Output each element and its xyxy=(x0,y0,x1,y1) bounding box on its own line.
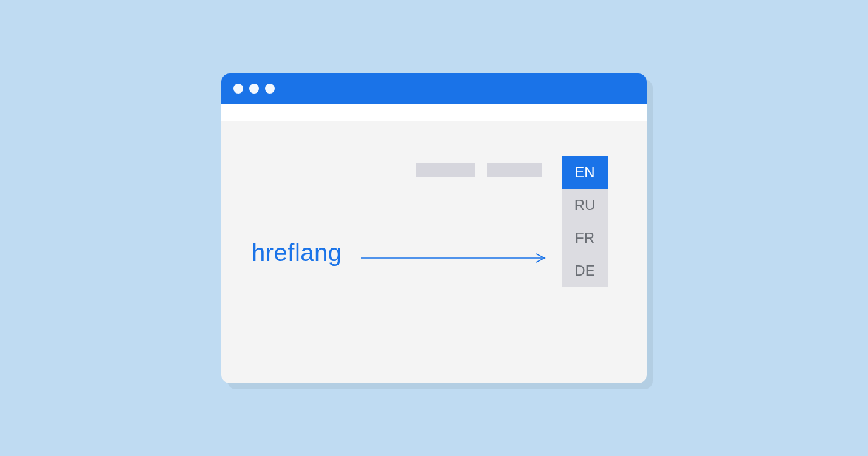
concept-label: hreflang xyxy=(252,239,342,267)
content-area: EN RU FR DE hreflang xyxy=(221,121,647,383)
lang-option-ru[interactable]: RU xyxy=(562,189,608,222)
lang-option-de[interactable]: DE xyxy=(562,254,608,287)
lang-option-en[interactable]: EN xyxy=(562,156,608,189)
url-strip xyxy=(221,104,647,121)
window-control-dot xyxy=(233,84,243,94)
titlebar xyxy=(221,73,647,104)
browser-window-illustration: EN RU FR DE hreflang xyxy=(221,73,647,383)
window-control-dot xyxy=(249,84,259,94)
lang-option-fr[interactable]: FR xyxy=(562,222,608,254)
nav-placeholder xyxy=(416,163,475,177)
nav-placeholder xyxy=(487,163,542,177)
arrow-icon xyxy=(361,252,556,264)
window-control-dot xyxy=(265,84,275,94)
language-dropdown[interactable]: EN RU FR DE xyxy=(562,156,608,287)
